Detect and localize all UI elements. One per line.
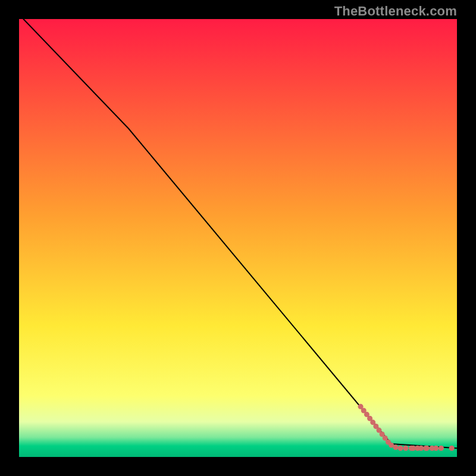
data-point xyxy=(418,446,424,451)
watermark-text: TheBottleneck.com xyxy=(334,4,457,19)
data-point xyxy=(439,446,444,451)
data-point xyxy=(403,446,408,451)
plot-area xyxy=(19,19,457,457)
data-point xyxy=(393,444,398,450)
data-point xyxy=(433,446,439,451)
data-point xyxy=(449,446,455,451)
data-point xyxy=(424,446,430,451)
chart-frame: TheBottleneck.com xyxy=(0,0,476,476)
chart-svg xyxy=(19,19,457,457)
data-point xyxy=(398,446,403,451)
gradient-background xyxy=(19,19,457,457)
